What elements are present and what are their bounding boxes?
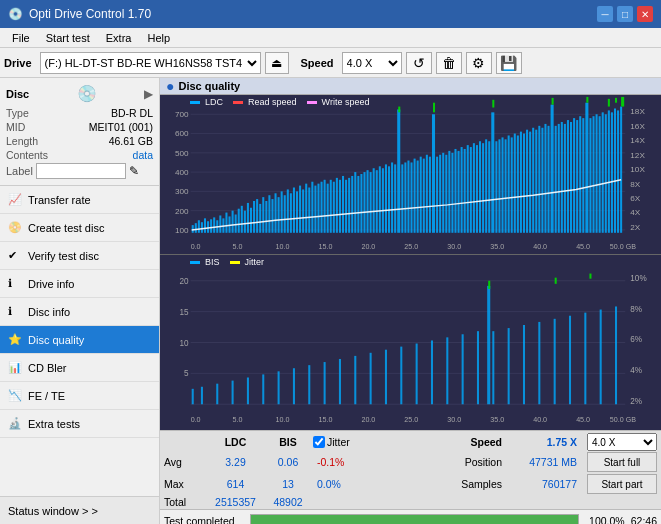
eject-button[interactable]: ⏏: [265, 52, 289, 74]
svg-rect-81: [333, 182, 335, 233]
total-label: Total: [164, 496, 208, 508]
speed-mode-select[interactable]: 4.0 X: [587, 433, 657, 451]
svg-rect-46: [225, 213, 227, 233]
stats-avg-row: Avg 3.29 0.06 -0.1% Position 47731 MB St…: [160, 451, 661, 473]
max-bis: 13: [263, 478, 313, 490]
svg-rect-121: [458, 151, 460, 233]
svg-rect-80: [330, 180, 332, 233]
svg-rect-164: [592, 116, 594, 233]
svg-rect-114: [436, 157, 438, 233]
svg-rect-116: [442, 153, 444, 233]
speed-select[interactable]: 4.0 X: [342, 52, 402, 74]
settings-button[interactable]: ⚙: [466, 52, 492, 74]
svg-rect-111: [426, 155, 428, 233]
svg-text:40.0: 40.0: [533, 243, 547, 250]
svg-rect-35: [192, 225, 194, 233]
svg-text:15.0: 15.0: [318, 243, 332, 250]
status-window-label: Status window > >: [8, 505, 98, 517]
sidebar-item-extra-tests[interactable]: 🔬 Extra tests: [0, 410, 159, 438]
svg-text:8X: 8X: [630, 180, 641, 189]
close-button[interactable]: ✕: [637, 6, 653, 22]
menu-file[interactable]: File: [4, 30, 38, 46]
svg-rect-69: [296, 191, 298, 232]
svg-rect-89: [357, 176, 359, 233]
svg-rect-102: [397, 109, 400, 232]
disc-section: Disc 💿 ▶ Type BD-R DL MID MEIT01 (001) L…: [0, 78, 159, 186]
total-bis: 48902: [263, 496, 313, 508]
svg-rect-67: [290, 193, 292, 233]
svg-rect-214: [278, 371, 280, 404]
svg-rect-98: [385, 164, 387, 232]
svg-rect-104: [404, 162, 406, 232]
svg-text:35.0: 35.0: [490, 243, 504, 250]
disc-quality-title: Disc quality: [178, 80, 240, 92]
svg-rect-72: [305, 184, 307, 233]
menu-starttest[interactable]: Start test: [38, 30, 98, 46]
svg-rect-150: [548, 126, 550, 233]
label-edit-icon[interactable]: ✎: [129, 164, 139, 178]
svg-rect-84: [342, 176, 344, 233]
svg-rect-37: [198, 220, 200, 233]
svg-text:500: 500: [175, 149, 189, 158]
svg-rect-179: [608, 99, 610, 107]
svg-rect-238: [488, 281, 490, 289]
max-label: Max: [164, 478, 208, 490]
svg-rect-63: [278, 197, 280, 233]
position-label: Position: [427, 456, 502, 468]
sidebar-item-disc-quality[interactable]: ⭐ Disc quality: [0, 326, 159, 354]
svg-rect-137: [508, 135, 510, 232]
svg-text:700: 700: [175, 110, 189, 119]
sidebar-item-transfer-rate[interactable]: 📈 Transfer rate: [0, 186, 159, 214]
sidebar-menu: 📈 Transfer rate 📀 Create test disc ✔ Ver…: [0, 186, 159, 496]
titlebar: 💿 Opti Drive Control 1.70 ─ □ ✕: [0, 0, 661, 28]
menu-extra[interactable]: Extra: [98, 30, 140, 46]
menu-help[interactable]: Help: [139, 30, 178, 46]
erase-button[interactable]: 🗑: [436, 52, 462, 74]
svg-rect-88: [354, 172, 356, 233]
sidebar-item-create-test-disc[interactable]: 📀 Create test disc: [0, 214, 159, 242]
svg-rect-109: [420, 157, 422, 233]
status-window[interactable]: Status window > >: [0, 496, 159, 524]
svg-rect-227: [477, 331, 479, 404]
svg-rect-141: [520, 132, 522, 233]
contents-label: Contents: [6, 149, 48, 161]
svg-rect-240: [589, 274, 591, 279]
sidebar-item-cd-bler[interactable]: 📊 CD Bler: [0, 354, 159, 382]
sidebar-label-extra-tests: Extra tests: [28, 418, 80, 430]
sidebar-item-verify-test-disc[interactable]: ✔ Verify test disc: [0, 242, 159, 270]
svg-rect-236: [600, 310, 602, 405]
drive-select[interactable]: (F:) HL-DT-ST BD-RE WH16NS58 TST4: [40, 52, 261, 74]
svg-rect-93: [370, 172, 372, 233]
svg-text:20.0: 20.0: [361, 416, 375, 424]
sidebar-item-drive-info[interactable]: ℹ Drive info: [0, 270, 159, 298]
svg-rect-66: [287, 189, 289, 232]
svg-rect-92: [367, 170, 369, 233]
minimize-button[interactable]: ─: [597, 6, 613, 22]
svg-text:12X: 12X: [630, 151, 645, 160]
stats-max-row: Max 614 13 0.0% Samples 760177 Start par…: [160, 473, 661, 495]
svg-rect-82: [336, 178, 338, 233]
start-part-button[interactable]: Start part: [587, 474, 657, 494]
svg-rect-115: [439, 155, 441, 233]
svg-rect-166: [599, 116, 601, 233]
sidebar-label-disc-info: Disc info: [28, 306, 70, 318]
svg-rect-151: [551, 105, 554, 233]
sidebar-label-drive-info: Drive info: [28, 278, 74, 290]
svg-rect-39: [204, 218, 206, 232]
start-full-button[interactable]: Start full: [587, 452, 657, 472]
svg-rect-126: [473, 143, 475, 233]
sidebar-item-disc-info[interactable]: ℹ Disc info: [0, 298, 159, 326]
svg-text:2X: 2X: [630, 223, 641, 232]
maximize-button[interactable]: □: [617, 6, 633, 22]
svg-rect-73: [308, 188, 310, 233]
svg-rect-70: [299, 186, 301, 233]
sidebar-item-fe-te[interactable]: 📉 FE / TE: [0, 382, 159, 410]
svg-rect-171: [614, 108, 616, 232]
save-button[interactable]: 💾: [496, 52, 522, 74]
progress-bar-inner: [251, 515, 578, 525]
jitter-checkbox[interactable]: [313, 436, 325, 448]
label-input[interactable]: [36, 163, 126, 179]
refresh-button[interactable]: ↺: [406, 52, 432, 74]
svg-rect-41: [210, 219, 212, 232]
svg-text:45.0: 45.0: [576, 416, 590, 424]
